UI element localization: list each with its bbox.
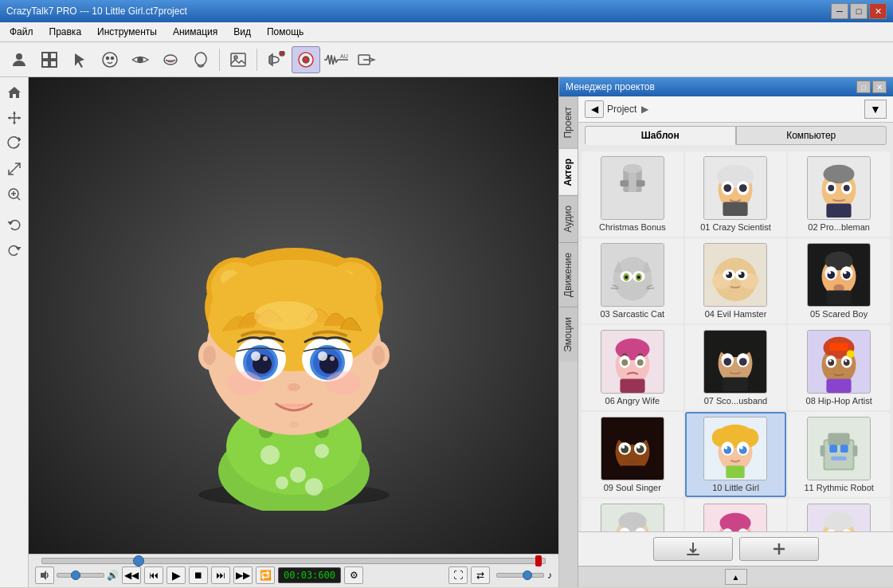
next-button[interactable]: ⏭ bbox=[211, 566, 230, 584]
face-tool-button[interactable] bbox=[96, 46, 124, 73]
probleman-thumb bbox=[808, 156, 870, 220]
breadcrumb-arrow: ▶ bbox=[641, 104, 648, 115]
template-tab-button[interactable]: Шаблон bbox=[585, 126, 736, 145]
sync-button[interactable]: ⇄ bbox=[471, 566, 490, 584]
play-record-tool-button[interactable] bbox=[292, 46, 320, 73]
move-tool-button[interactable] bbox=[2, 106, 26, 130]
panel-restore-button[interactable]: □ bbox=[856, 80, 871, 93]
char-item-8[interactable]: 08 Hip-Hop Artist bbox=[788, 325, 890, 410]
home-tool-button[interactable] bbox=[2, 80, 26, 104]
canvas-viewport[interactable] bbox=[29, 77, 558, 554]
add-button[interactable] bbox=[739, 537, 819, 561]
volume-slider[interactable] bbox=[57, 573, 104, 578]
head-tool-button[interactable] bbox=[186, 46, 215, 73]
play-button[interactable]: ▶ bbox=[166, 566, 186, 584]
char-name-6: 06 Angry Wife bbox=[605, 396, 660, 406]
timeline-handle[interactable] bbox=[133, 555, 144, 566]
char-thumb-7 bbox=[703, 330, 767, 394]
loop-button[interactable]: 🔁 bbox=[256, 566, 275, 584]
char-item-13[interactable]: 13 Flirting bbox=[685, 499, 787, 531]
person-tool-button[interactable] bbox=[5, 46, 33, 73]
screen-button[interactable]: ⛶ bbox=[448, 566, 468, 584]
char-item-9[interactable]: 09 Soul Singer bbox=[582, 412, 683, 497]
char-name-0: Christmas Bonus bbox=[599, 222, 666, 232]
mute-button[interactable] bbox=[35, 566, 54, 584]
master-volume-slider[interactable] bbox=[496, 573, 544, 578]
tab-emotions[interactable]: Эмоции bbox=[559, 307, 578, 362]
svg-marker-20 bbox=[8, 87, 21, 98]
char-item-14[interactable]: 14 Freestyle Rap bbox=[788, 499, 890, 531]
robot-thumb bbox=[808, 417, 870, 480]
char-item-5[interactable]: 05 Scared Boy bbox=[788, 238, 890, 323]
waveform-tool-button[interactable]: AUTO bbox=[322, 46, 351, 73]
svg-point-56 bbox=[372, 346, 385, 365]
svg-rect-129 bbox=[827, 291, 852, 305]
svg-rect-187 bbox=[821, 445, 825, 457]
char-thumb-14 bbox=[807, 504, 871, 531]
tab-actor[interactable]: Актер bbox=[559, 148, 578, 196]
computer-tab-button[interactable]: Компьютер bbox=[736, 126, 887, 145]
char-item-3[interactable]: 03 Sarcastic Cat bbox=[582, 238, 683, 323]
eye-tool-button[interactable] bbox=[126, 46, 155, 73]
volume-speaker-icon: 🔊 bbox=[107, 570, 119, 581]
panel-bottom-nav: ▲ bbox=[578, 566, 893, 587]
menu-animation[interactable]: Анимация bbox=[166, 24, 224, 40]
svg-marker-25 bbox=[8, 116, 10, 120]
redo-tool-button[interactable] bbox=[2, 238, 26, 262]
scale-tool-button[interactable] bbox=[2, 157, 26, 181]
char-item-0[interactable]: Christmas Bonus bbox=[582, 151, 683, 237]
filter-button[interactable]: ▼ bbox=[864, 100, 887, 119]
rotate-tool-button[interactable] bbox=[2, 131, 26, 155]
nav-back-button[interactable]: ◀ bbox=[585, 100, 604, 118]
export-tool-button[interactable] bbox=[352, 46, 381, 73]
undo-tool-button[interactable] bbox=[2, 213, 26, 237]
svg-rect-3 bbox=[42, 61, 49, 67]
tab-project[interactable]: Проект bbox=[559, 96, 578, 148]
time-settings-button[interactable]: ⚙ bbox=[344, 566, 363, 584]
svg-point-0 bbox=[16, 53, 22, 60]
toolbar: AUTO bbox=[0, 42, 893, 77]
char-item-11[interactable]: 11 Rythmic Robot bbox=[788, 412, 890, 497]
tab-motion[interactable]: Движение bbox=[559, 242, 578, 307]
previous-button[interactable]: ⏮ bbox=[144, 566, 163, 584]
char-item-7[interactable]: 07 Sco...usband bbox=[685, 325, 787, 410]
panel-title-bar: Менеджер проектов □ ✕ bbox=[559, 77, 893, 96]
char-item-6[interactable]: 06 Angry Wife bbox=[582, 325, 683, 410]
character-grid: Christmas Bonus bbox=[578, 148, 893, 531]
image-tool-button[interactable] bbox=[224, 46, 253, 73]
char-item-1[interactable]: 01 Crazy Scientist bbox=[685, 151, 787, 237]
maximize-button[interactable]: □ bbox=[850, 3, 868, 19]
zoom-in-tool-button[interactable] bbox=[2, 182, 26, 206]
mouth-tool-button[interactable] bbox=[156, 46, 185, 73]
minimize-button[interactable]: ─ bbox=[831, 3, 848, 19]
menu-help[interactable]: Помощь bbox=[260, 24, 310, 40]
master-volume-handle[interactable] bbox=[523, 570, 532, 580]
fast-forward-button[interactable]: ▶▶ bbox=[233, 566, 253, 584]
panel-close-button[interactable]: ✕ bbox=[872, 80, 887, 93]
svg-point-9 bbox=[138, 57, 143, 62]
svg-point-84 bbox=[724, 184, 732, 192]
panel-nav-up-button[interactable]: ▲ bbox=[725, 569, 747, 585]
close-button[interactable]: ✕ bbox=[869, 3, 887, 19]
menu-tools[interactable]: Инструменты bbox=[91, 24, 163, 40]
svg-point-126 bbox=[828, 271, 832, 274]
timeline-slider[interactable] bbox=[41, 558, 546, 564]
stop-button[interactable]: ⏹ bbox=[189, 566, 208, 584]
record-tool-button[interactable] bbox=[261, 46, 290, 73]
char-item-2[interactable]: 02 Pro...bleman bbox=[788, 151, 890, 237]
tab-audio[interactable]: Аудио bbox=[559, 195, 578, 242]
download-button[interactable] bbox=[653, 537, 733, 561]
rewind-button[interactable]: ◀◀ bbox=[122, 566, 141, 584]
menu-view[interactable]: Вид bbox=[227, 24, 257, 40]
char-item-4[interactable]: 04 Evil Hamster bbox=[685, 238, 787, 323]
menu-file[interactable]: Файл bbox=[3, 24, 40, 40]
menu-edit[interactable]: Правка bbox=[43, 24, 88, 40]
char-item-12[interactable]: 12 Dare bbox=[582, 499, 683, 531]
cursor-tool-button[interactable] bbox=[65, 46, 94, 73]
char-item-10[interactable]: 10 Little Girl bbox=[685, 412, 787, 497]
svg-rect-188 bbox=[853, 445, 858, 457]
volume-handle[interactable] bbox=[71, 570, 80, 580]
grid-tool-button[interactable] bbox=[35, 46, 64, 73]
svg-rect-186 bbox=[831, 457, 847, 461]
freestyle-rap-thumb bbox=[808, 504, 870, 531]
